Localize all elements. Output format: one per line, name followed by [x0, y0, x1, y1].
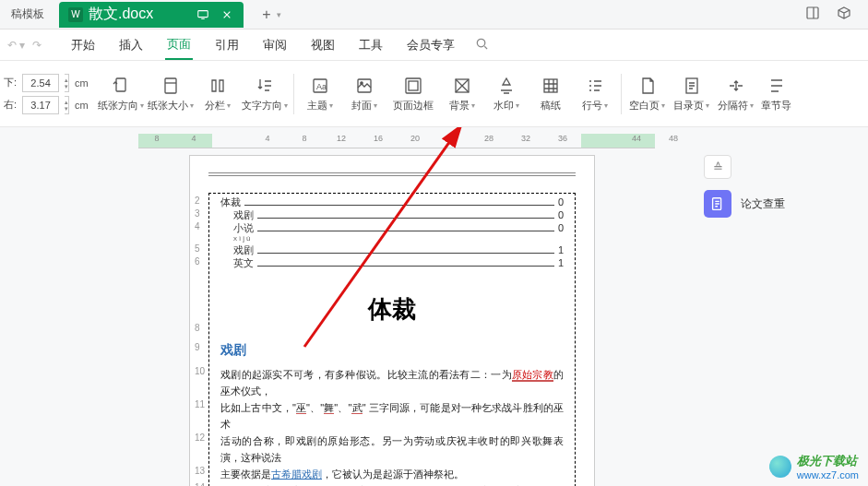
page-margins-group: 下: 2.54 ▴▾ cm 右: 3.17 ▴▾ cm: [4, 74, 96, 114]
body-paragraph[interactable]: 戏剧的起源实不可考，有多种假说。比较主流的看法有二：一为原始宗教的巫术仪式，: [220, 366, 564, 399]
menu-view[interactable]: 视图: [309, 30, 337, 60]
menu-bar: ↶ ▾ ↷ 开始 插入 页面 引用 审阅 视图 工具 会员专享: [0, 30, 868, 61]
margin-right-input[interactable]: 3.17: [22, 96, 59, 114]
new-tab-dropdown-icon[interactable]: ▾: [277, 10, 281, 19]
highlighted-text: 原始宗教: [512, 369, 553, 382]
svg-point-2: [478, 39, 485, 46]
menu-review[interactable]: 审阅: [261, 30, 289, 60]
tab-document-active[interactable]: W 散文.docx: [59, 2, 244, 28]
line-number: 13: [195, 466, 205, 476]
theme-button[interactable]: Aa 主题▾: [298, 66, 342, 122]
line-number: 2: [195, 196, 200, 206]
body-paragraph[interactable]: 主要依据是古希腊戏剧，它被认为是起源于酒神祭祀。: [220, 466, 564, 482]
hyperlink[interactable]: 古希腊戏剧: [271, 468, 322, 480]
word-doc-icon: W: [68, 7, 83, 22]
line-number: 3: [195, 208, 200, 219]
menu-tools[interactable]: 工具: [357, 30, 385, 60]
document-page[interactable]: 2 体裁0 3 戏剧0 4 小说0 xìjù 5 戏剧1 6 英文1 8: [189, 155, 595, 486]
manuscript-button[interactable]: 稿纸: [529, 66, 573, 122]
body-paragraph[interactable]: 比如上古中文，"巫"、"舞"、"武" 三字同源，可能是对一种乞求战斗胜利的巫术: [220, 399, 564, 433]
tab-bar: 稿模板 W 散文.docx + ▾: [0, 0, 868, 30]
text-direction-button[interactable]: 文字方向▾: [240, 66, 290, 122]
body-paragraph[interactable]: 戏剧是由演员将某个故事或情境，以对话、歌唱或动作等方式表演出来的艺术。戏剧有四个: [220, 482, 564, 486]
line-number: 4: [195, 221, 200, 231]
line-number: 6: [195, 256, 200, 267]
margin-bottom-spinner[interactable]: ▴▾: [65, 74, 69, 92]
toc-pinyin: xìjù: [220, 234, 564, 243]
new-tab-button[interactable]: +: [262, 6, 270, 23]
margin-right-label: 右:: [4, 98, 17, 112]
blank-page-button[interactable]: 空白页▾: [625, 66, 670, 122]
ruler-tick: [581, 134, 618, 148]
package-icon[interactable]: [837, 6, 851, 24]
toc-row[interactable]: 英文1: [220, 256, 564, 269]
ruler-tick: 16: [360, 134, 397, 148]
line-number: 10: [195, 366, 205, 376]
document-filename: 散文.docx: [89, 5, 153, 24]
toc-row[interactable]: 戏剧0: [220, 208, 564, 221]
line-number: 5: [195, 243, 200, 254]
menu-reference[interactable]: 引用: [213, 30, 241, 60]
watermark-brand: 极光下载站: [797, 453, 859, 469]
watermark-button[interactable]: 水印▾: [484, 66, 529, 122]
margin-unit: cm: [75, 77, 89, 89]
line-number: 9: [195, 342, 200, 352]
menu-page[interactable]: 页面: [165, 30, 193, 60]
menu-member[interactable]: 会员专享: [405, 30, 457, 60]
line-number: 14: [195, 482, 205, 486]
margin-bottom-input[interactable]: 2.54: [22, 74, 59, 92]
section-nav-button[interactable]: 章节导: [758, 66, 795, 122]
presentation-mode-icon[interactable]: [196, 7, 210, 22]
ruler-tick: 8: [138, 134, 175, 148]
margin-right-spinner[interactable]: ▴▾: [65, 96, 69, 114]
toc-page-button[interactable]: 目录页▾: [670, 66, 714, 122]
collapse-panel-icon[interactable]: ≙: [704, 155, 731, 179]
plagiarism-check-button[interactable]: 论文查重: [704, 190, 851, 218]
ruler-tick: 4: [249, 134, 286, 148]
ruler-tick: 20: [397, 134, 434, 148]
margin-unit-2: cm: [75, 100, 89, 111]
page-size-button[interactable]: 纸张大小▾: [146, 66, 196, 122]
panel-toggle-icon[interactable]: [805, 6, 820, 24]
ruler-tick: 48: [655, 134, 692, 148]
menu-insert[interactable]: 插入: [117, 30, 145, 60]
tab-close-icon[interactable]: [220, 7, 234, 22]
svg-rect-3: [116, 78, 125, 91]
ribbon: 下: 2.54 ▴▾ cm 右: 3.17 ▴▾ cm 纸张方向▾ 纸张大小▾ …: [0, 61, 868, 127]
redo-icon[interactable]: ↷: [32, 39, 42, 52]
ruler-tick: 44: [618, 134, 655, 148]
cover-button[interactable]: 封面▾: [342, 66, 386, 122]
heading-2[interactable]: 戏剧: [220, 342, 564, 359]
toc-row[interactable]: 小说0: [220, 221, 564, 234]
line-number-button[interactable]: 行号▾: [573, 66, 617, 122]
menu-start[interactable]: 开始: [69, 30, 97, 60]
svg-rect-10: [409, 81, 418, 90]
plagiarism-check-label: 论文查重: [741, 196, 785, 212]
line-number: 11: [195, 399, 205, 409]
undo-icon[interactable]: ↶ ▾: [7, 39, 25, 52]
svg-rect-0: [198, 10, 208, 17]
orientation-button[interactable]: 纸张方向▾: [96, 66, 146, 122]
line-number: 8: [195, 323, 200, 333]
separator-button[interactable]: 分隔符▾: [714, 66, 758, 122]
toc-row[interactable]: 体裁0: [220, 196, 564, 208]
tab-template[interactable]: 稿模板: [0, 0, 55, 29]
ruler-tick: 28: [470, 134, 507, 148]
margin-bottom-label: 下:: [4, 76, 17, 89]
svg-text:Aa: Aa: [316, 82, 327, 91]
svg-rect-12: [544, 79, 557, 92]
ruler-tick: 24: [434, 134, 470, 148]
svg-point-8: [361, 81, 363, 83]
horizontal-ruler[interactable]: 8 4 4 8 12 16 20 24 28 32 36 44 48: [138, 133, 692, 149]
document-check-icon: [704, 190, 731, 218]
page-border-button[interactable]: 页面边框: [386, 66, 440, 122]
background-button[interactable]: 背景▾: [440, 66, 484, 122]
page-dashed-border: 2 体裁0 3 戏剧0 4 小说0 xìjù 5 戏剧1 6 英文1 8: [208, 193, 576, 486]
heading-1[interactable]: 体裁: [220, 293, 564, 326]
toc-row[interactable]: 戏剧1: [220, 243, 564, 256]
side-panel: ≙ 论文查重: [704, 155, 851, 218]
body-paragraph[interactable]: 活动的合称，即戏剧的原始形态。另一为劳动或庆祝丰收时的即兴歌舞表演，这种说法: [220, 433, 564, 466]
search-icon[interactable]: [475, 37, 489, 53]
columns-button[interactable]: 分栏▾: [196, 66, 240, 122]
ruler-tick: 8: [286, 134, 323, 148]
